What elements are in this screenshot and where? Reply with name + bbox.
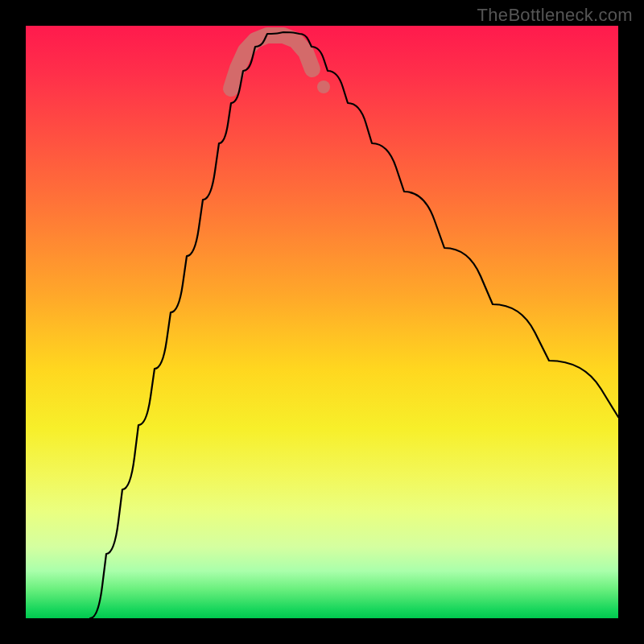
watermark-text: TheBottleneck.com bbox=[477, 5, 633, 26]
chart-frame: TheBottleneck.com bbox=[0, 0, 644, 644]
curve-layer bbox=[26, 26, 618, 618]
highlight-band bbox=[231, 35, 312, 89]
plot-area bbox=[26, 26, 618, 618]
highlight-dot bbox=[317, 80, 330, 93]
bottleneck-curve bbox=[90, 32, 618, 618]
